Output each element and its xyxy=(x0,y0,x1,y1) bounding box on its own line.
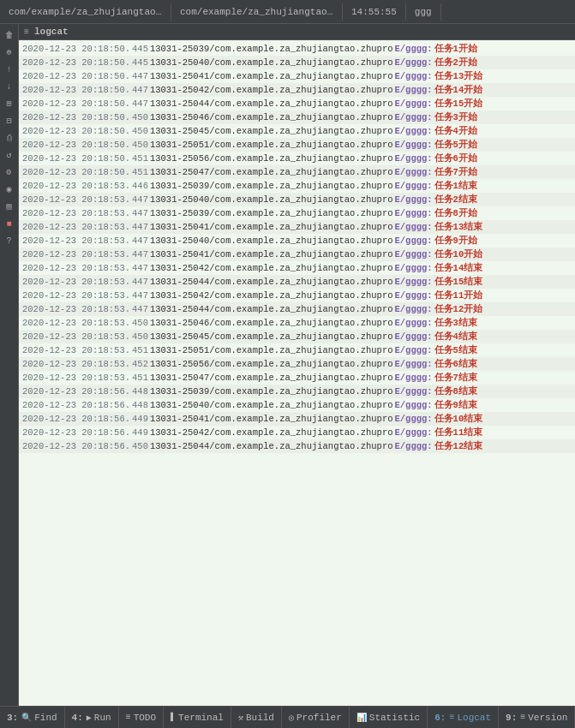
log-timestamp: 2020-12-23 20:18:53. xyxy=(22,206,130,220)
log-message: 任务3结束 xyxy=(434,316,477,330)
log-package: 13031-25041/com.example.za_zhujiangtao.z… xyxy=(150,412,393,426)
log-message: 任务2结束 xyxy=(434,193,477,206)
log-timestamp: 2020-12-23 20:18:50. xyxy=(22,56,130,69)
list-icon[interactable]: ▤ xyxy=(2,199,17,214)
log-row: 2020-12-23 20:18:50.450 13031-25046/com.… xyxy=(19,110,575,124)
log-package: 13031-25040/com.example.za_zhujiangtao.z… xyxy=(150,56,393,69)
build-icon: ⚒ xyxy=(238,713,243,723)
log-timestamp: 2020-12-23 20:18:50. xyxy=(22,97,130,110)
log-pid: 450 xyxy=(132,124,148,138)
stop-icon[interactable]: ■ xyxy=(2,216,17,231)
camera-icon[interactable]: ◉ xyxy=(2,182,17,197)
log-package: 13031-25041/com.example.za_zhujiangtao.z… xyxy=(150,248,393,261)
bottom-item-statistic[interactable]: 📊Statistic xyxy=(350,707,428,728)
bottom-item-find[interactable]: 3:🔍Find xyxy=(0,707,65,728)
content-area: 🗑 ⊕ ↑ ↓ ⊞ ⊟ ⎙ ↺ ⚙ ◉ ▤ ■ ? ≡ logcat 2020-… xyxy=(0,24,575,706)
log-timestamp: 2020-12-23 20:18:50. xyxy=(22,124,130,138)
log-row: 2020-12-23 20:18:56.448 13031-25040/com.… xyxy=(19,398,575,412)
clear-icon[interactable]: 🗑 xyxy=(2,27,17,43)
tab-zhupro[interactable]: com/example/za_zhujiangtao/zhupro xyxy=(171,3,343,21)
terminal-icon: ▌ xyxy=(171,713,176,722)
log-level: E/gggg: xyxy=(394,248,432,261)
tab-ggg[interactable]: ggg xyxy=(406,3,441,21)
log-package: 13031-25056/com.example.za_zhujiangtao.z… xyxy=(150,357,393,371)
bottom-item-label: Statistic xyxy=(369,713,420,723)
log-pid: 448 xyxy=(132,398,148,412)
rotate-icon[interactable]: ↺ xyxy=(2,147,17,163)
log-level: E/gggg: xyxy=(394,261,432,275)
log-package: 13031-25051/com.example.za_zhujiangtao.z… xyxy=(150,343,393,357)
log-timestamp: 2020-12-23 20:18:53. xyxy=(22,357,130,371)
log-pid: 449 xyxy=(132,412,148,426)
log-pid: 447 xyxy=(132,69,148,83)
log-package: 13031-25039/com.example.za_zhujiangtao.z… xyxy=(150,42,393,56)
log-level: E/gggg: xyxy=(394,302,432,316)
help-icon[interactable]: ? xyxy=(2,233,17,248)
bottom-item-profiler[interactable]: ◎Profiler xyxy=(282,707,350,728)
scroll-down-icon[interactable]: ↓ xyxy=(2,79,17,94)
bottom-item-label: Build xyxy=(246,713,274,723)
bottom-bar: 3:🔍Find4:▶Run≡TODO▌Terminal⚒Build◎Profil… xyxy=(0,706,575,728)
bottom-item-logcat[interactable]: 6:≡Logcat xyxy=(428,707,499,728)
log-package: 13031-25041/com.example.za_zhujiangtao.z… xyxy=(150,220,393,234)
log-package: 13031-25044/com.example.za_zhujiangtao.z… xyxy=(150,97,393,110)
profiler-icon: ◎ xyxy=(289,713,294,723)
log-message: 任务4结束 xyxy=(434,330,477,343)
log-row: 2020-12-23 20:18:53.447 13031-25040/com.… xyxy=(19,193,575,206)
bottom-item-terminal[interactable]: ▌Terminal xyxy=(164,707,231,728)
log-row: 2020-12-23 20:18:56.448 13031-25039/com.… xyxy=(19,385,575,398)
log-content[interactable]: 2020-12-23 20:18:50.445 13031-25039/com.… xyxy=(19,40,575,706)
log-level: E/gggg: xyxy=(394,316,432,330)
scroll-up-icon[interactable]: ↑ xyxy=(2,62,17,77)
log-level: E/gggg: xyxy=(394,193,432,206)
tab-time[interactable]: 14:55:55 xyxy=(343,3,406,21)
bottom-item-todo[interactable]: ≡TODO xyxy=(119,707,164,728)
bottom-item-label: Find xyxy=(34,713,57,723)
log-level: E/gggg: xyxy=(394,357,432,371)
log-pid: 450 xyxy=(132,330,148,343)
log-package: 13031-25040/com.example.za_zhujiangtao.z… xyxy=(150,398,393,412)
tab-mainactivity[interactable]: com/example/za_zhujiangtao/MainActivity xyxy=(0,3,171,21)
bottom-item-label: Logcat xyxy=(457,713,491,723)
add-filter-icon[interactable]: ⊕ xyxy=(2,45,17,60)
log-pid: 452 xyxy=(132,357,148,371)
bottom-item-run[interactable]: 4:▶Run xyxy=(65,707,119,728)
log-message: 任务1开始 xyxy=(434,42,477,56)
log-message: 任务6开始 xyxy=(434,152,477,165)
log-pid: 445 xyxy=(132,42,148,56)
log-row: 2020-12-23 20:18:56.449 13031-25041/com.… xyxy=(19,412,575,426)
log-package: 13031-25046/com.example.za_zhujiangtao.z… xyxy=(150,110,393,124)
log-row: 2020-12-23 20:18:53.451 13031-25047/com.… xyxy=(19,371,575,385)
log-row: 2020-12-23 20:18:50.450 13031-25051/com.… xyxy=(19,138,575,152)
log-message: 任务6结束 xyxy=(434,357,477,371)
log-message: 任务12结束 xyxy=(434,439,483,453)
log-package: 13031-25039/com.example.za_zhujiangtao.z… xyxy=(150,385,393,398)
bottom-item-version[interactable]: 9:≡Version xyxy=(499,707,575,728)
wrap-icon[interactable]: ⊞ xyxy=(2,96,17,111)
bottom-item-build[interactable]: ⚒Build xyxy=(231,707,282,728)
log-timestamp: 2020-12-23 20:18:56. xyxy=(22,398,130,412)
log-pid: 447 xyxy=(132,83,148,97)
log-row: 2020-12-23 20:18:53.447 13031-25042/com.… xyxy=(19,289,575,302)
unwrap-icon[interactable]: ⊟ xyxy=(2,113,17,128)
log-level: E/gggg: xyxy=(394,234,432,248)
log-message: 任务8开始 xyxy=(434,206,477,220)
log-level: E/gggg: xyxy=(394,56,432,69)
log-pid: 450 xyxy=(132,138,148,152)
log-message: 任务12开始 xyxy=(434,302,483,316)
bottom-item-number: 6: xyxy=(434,713,446,723)
log-timestamp: 2020-12-23 20:18:50. xyxy=(22,165,130,179)
log-package: 13031-25039/com.example.za_zhujiangtao.z… xyxy=(150,179,393,193)
log-message: 任务9结束 xyxy=(434,398,477,412)
log-message: 任务1结束 xyxy=(434,179,477,193)
log-pid: 451 xyxy=(132,343,148,357)
log-row: 2020-12-23 20:18:53.451 13031-25051/com.… xyxy=(19,343,575,357)
log-message: 任务13结束 xyxy=(434,220,483,234)
settings-icon[interactable]: ⚙ xyxy=(2,164,17,180)
log-message: 任务8结束 xyxy=(434,385,477,398)
menu-icon: ≡ xyxy=(24,27,29,37)
log-package: 13031-25042/com.example.za_zhujiangtao.z… xyxy=(150,289,393,302)
log-pid: 447 xyxy=(132,275,148,289)
print-icon[interactable]: ⎙ xyxy=(2,130,17,146)
log-row: 2020-12-23 20:18:50.445 13031-25040/com.… xyxy=(19,56,575,69)
